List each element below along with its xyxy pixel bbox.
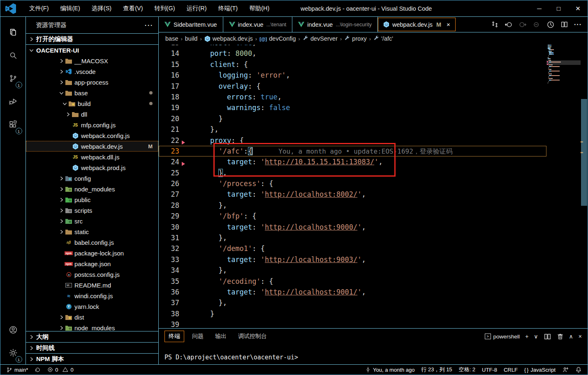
activitybar-extensions[interactable]: 1	[3, 113, 23, 136]
status-problems[interactable]: 00	[47, 367, 73, 373]
menu-file[interactable]: 文件(F)	[23, 0, 55, 16]
menu-run[interactable]: 运行(R)	[181, 0, 212, 16]
tree-item-babel.config.js[interactable]: aβbabel.config.js	[26, 237, 158, 248]
panel-tab-终端[interactable]: 终端	[164, 331, 184, 342]
breadcrumb-webpack.dev.js[interactable]: webpack.dev.js	[204, 35, 253, 42]
terminal-dropdown-icon[interactable]: ∨	[534, 333, 538, 340]
code-line-18[interactable]: 18 errors: true,	[159, 92, 546, 102]
navigate-back-icon[interactable]	[505, 21, 513, 29]
tree-item-node_modules[interactable]: node_modules	[26, 184, 158, 194]
scrollbar-thumb[interactable]	[581, 99, 587, 206]
menu-edit[interactable]: 编辑(E)	[55, 0, 86, 16]
status-feedback[interactable]	[562, 366, 569, 373]
tree-item-public[interactable]: public	[26, 194, 158, 205]
code-line-33[interactable]: 33 target: 'http://localhost:9003/',	[159, 254, 546, 265]
terminal-shell-selector[interactable]: >powershell	[485, 334, 520, 340]
code-editor[interactable]: 13 host: true,14 port: 8000,15 client: {…	[159, 45, 588, 328]
status-eol[interactable]: CRLF	[504, 367, 518, 373]
breadcrumb-devConfig[interactable]: [@]devConfig	[259, 35, 296, 42]
panel-tab-调试控制台[interactable]: 调试控制台	[234, 331, 271, 342]
new-terminal-button[interactable]: +	[525, 333, 528, 340]
tree-item-webpack.config.js[interactable]: webpack.config.js	[26, 130, 158, 141]
tree-item-app-process[interactable]: app-process	[26, 77, 158, 87]
code-line-16[interactable]: 16 logging: 'error',	[159, 70, 546, 81]
terminal-content[interactable]: PS D:\aproject\oacenter\oacenter-ui>	[164, 354, 298, 361]
tab-webpack.dev.js[interactable]: webpack.dev.jsM×	[378, 18, 456, 31]
code-line-34[interactable]: 34 },	[159, 265, 546, 276]
minimize-window-button[interactable]: ─	[530, 0, 549, 16]
code-line-14[interactable]: 14 port: 8000,	[159, 48, 546, 59]
menu-terminal[interactable]: 终端(T)	[213, 0, 244, 16]
split-editor-icon[interactable]	[560, 21, 568, 28]
workspace-root[interactable]: OACENTER-UI	[26, 44, 158, 55]
status-cursor-position[interactable]: 行 23，列 15	[421, 366, 452, 373]
timeline-clock-icon[interactable]	[546, 21, 555, 29]
activitybar-account[interactable]	[3, 318, 23, 341]
tree-item-mfp.config.js[interactable]: JSmfp.config.js	[26, 120, 158, 130]
split-terminal-icon[interactable]	[544, 333, 551, 340]
tree-item-__MACOSX[interactable]: __MACOSX	[26, 55, 158, 66]
tree-item-yarn.lock[interactable]: Yyarn.lock	[26, 301, 158, 312]
code-line-39[interactable]: 39	[159, 319, 546, 328]
code-line-30[interactable]: 30 target: 'http://localhost:9000/',	[159, 222, 546, 232]
code-line-32[interactable]: 32 '/demo1': {	[159, 243, 546, 254]
breadcrumb-'/afc'[interactable]: '/afc'	[373, 35, 393, 42]
maximize-panel-icon[interactable]: ∧	[569, 333, 573, 340]
status-sync[interactable]	[35, 367, 41, 373]
code-line-17[interactable]: 17 overlay: {	[159, 81, 546, 92]
menu-selection[interactable]: 选择(S)	[86, 0, 117, 16]
tree-item-static[interactable]: static	[26, 226, 158, 237]
code-line-15[interactable]: 15 client: {	[159, 59, 546, 70]
code-line-19[interactable]: 19 warnings: false	[159, 102, 546, 113]
sidebar-more-actions-icon[interactable]: ···	[145, 22, 153, 29]
minimap-slider[interactable]	[546, 60, 581, 65]
code-line-38[interactable]: 38 }	[159, 308, 546, 319]
tab-index.vue[interactable]: index.vue...\login-security	[292, 17, 378, 32]
open-editors-section[interactable]: 打开的编辑器	[26, 33, 158, 44]
menu-goto[interactable]: 转到(G)	[149, 0, 181, 16]
editor-scrollbar[interactable]	[581, 45, 588, 328]
kill-terminal-icon[interactable]	[557, 333, 564, 340]
code-line-26[interactable]: 26 '/process': {	[159, 178, 546, 189]
maximize-window-button[interactable]: □	[549, 0, 568, 16]
breadcrumb-proxy[interactable]: proxy	[344, 35, 366, 42]
tree-item-webpack.dev.js[interactable]: webpack.dev.jsM	[26, 141, 158, 152]
tree-item-.vscode[interactable]: .vscode	[26, 66, 158, 77]
code-line-31[interactable]: 31 },	[159, 232, 546, 243]
minimap[interactable]	[546, 45, 581, 328]
tab-close-icon[interactable]: ×	[447, 21, 450, 28]
tree-item-README.md[interactable]: M↓README.md	[26, 280, 158, 290]
menu-view[interactable]: 查看(V)	[117, 0, 148, 16]
breadcrumb-build[interactable]: build	[185, 35, 198, 42]
tree-item-dll[interactable]: dll	[26, 109, 158, 120]
status-notifications[interactable]	[575, 366, 582, 373]
code-line-28[interactable]: 28 },	[159, 200, 546, 211]
tree-item-windi.config.js[interactable]: ≈windi.config.js	[26, 290, 158, 301]
code-line-37[interactable]: 37 },	[159, 297, 546, 308]
navigate-forward-icon[interactable]	[519, 21, 527, 29]
tree-item-package.json[interactable]: npmpackage.json	[26, 258, 158, 269]
more-actions-icon[interactable]: ···	[574, 21, 582, 28]
code-line-36[interactable]: 36 target: 'http://localhost:9001/',	[159, 287, 546, 297]
tree-item-webpack.prod.js[interactable]: webpack.prod.js	[26, 162, 158, 173]
status-encoding[interactable]: UTF-8	[482, 367, 497, 373]
tree-item-node_modules[interactable]: node_modules	[26, 322, 158, 331]
tree-item-build[interactable]: build	[26, 98, 158, 109]
status-git-branch[interactable]: main*	[6, 367, 28, 373]
status-indentation[interactable]: 空格: 2	[459, 366, 475, 373]
activitybar-run-debug[interactable]	[3, 90, 23, 113]
activitybar-search[interactable]	[3, 44, 23, 67]
open-changes-icon[interactable]	[491, 21, 499, 28]
code-line-13[interactable]: 13 host: true,	[159, 45, 546, 48]
code-line-20[interactable]: 20 }	[159, 113, 546, 124]
breadcrumb-devServer[interactable]: devServer	[303, 35, 338, 42]
activitybar-source-control[interactable]: 1	[3, 67, 23, 90]
tree-item-base[interactable]: base	[26, 87, 158, 98]
tab-SidebarItem.vue[interactable]: SidebarItem.vue	[159, 17, 223, 32]
code-line-27[interactable]: 27 target: 'http://localhost:8002/',	[159, 189, 546, 200]
tree-item-src[interactable]: src	[26, 216, 158, 226]
status-language[interactable]: { }JavaScript	[524, 367, 556, 373]
close-panel-icon[interactable]: ×	[579, 333, 582, 340]
sidebar-section-NPM 脚本[interactable]: NPM 脚本	[26, 353, 158, 364]
tree-item-dist[interactable]: dist	[26, 312, 158, 322]
